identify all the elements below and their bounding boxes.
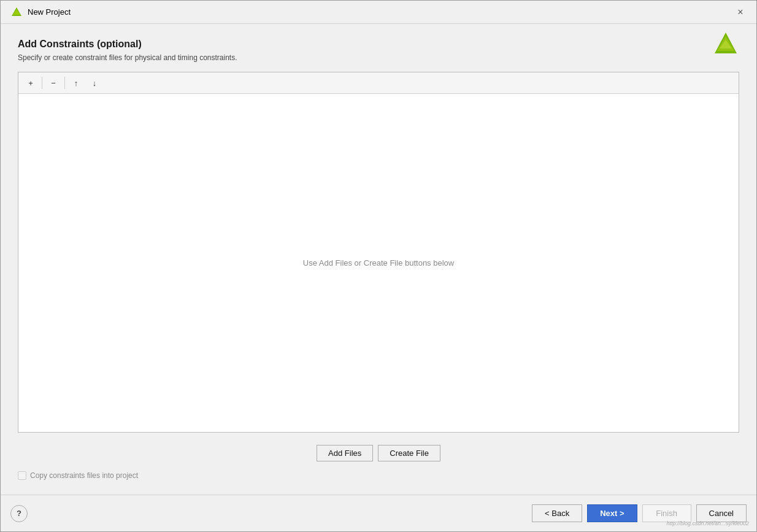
footer-right: < Back Next > Finish Cancel: [532, 504, 747, 522]
copy-constraints-checkbox[interactable]: [18, 471, 26, 480]
back-button[interactable]: < Back: [532, 504, 582, 522]
page-header: Add Constraints (optional) Specify or cr…: [18, 39, 739, 62]
empty-hint: Use Add Files or Create File buttons bel…: [303, 258, 454, 268]
vivado-title-icon: [10, 6, 23, 18]
toolbar-divider-1: [42, 77, 42, 89]
add-file-toolbar-button[interactable]: +: [22, 75, 39, 91]
file-panel: + − ↑ ↓ Use Add Files or Create File but…: [18, 72, 739, 433]
page-title: Add Constraints (optional): [18, 39, 739, 50]
page-subtitle: Specify or create constraint files for p…: [18, 53, 739, 62]
watermark: http://blog.csdn.net/an...5y/kle002: [666, 520, 749, 526]
title-bar-left: New Project: [10, 6, 71, 18]
cancel-button[interactable]: Cancel: [696, 504, 747, 522]
vivado-logo: [712, 31, 739, 58]
dialog-title: New Project: [28, 7, 71, 17]
move-up-toolbar-button[interactable]: ↑: [67, 75, 85, 91]
close-button[interactable]: ×: [734, 6, 747, 18]
next-button[interactable]: Next >: [587, 504, 637, 522]
move-down-toolbar-button[interactable]: ↓: [86, 75, 103, 91]
logo-area: [712, 31, 739, 60]
toolbar-divider-2: [64, 77, 65, 89]
copy-constraints-row: Copy constraints files into project: [18, 469, 739, 485]
footer-left: ?: [10, 505, 28, 522]
footer: ? < Back Next > Finish Cancel: [1, 495, 756, 531]
title-bar: New Project ×: [1, 1, 756, 24]
finish-button[interactable]: Finish: [642, 504, 691, 522]
new-project-dialog: New Project × Add Constraints (optional)…: [0, 0, 757, 532]
content-area: Add Constraints (optional) Specify or cr…: [1, 24, 756, 495]
file-toolbar: + − ↑ ↓: [18, 72, 739, 94]
file-actions: Add Files Create File: [18, 440, 739, 469]
help-button[interactable]: ?: [10, 505, 28, 522]
create-file-button[interactable]: Create File: [378, 445, 440, 461]
file-list-area: Use Add Files or Create File buttons bel…: [18, 94, 739, 432]
add-files-button[interactable]: Add Files: [317, 445, 373, 461]
remove-file-toolbar-button[interactable]: −: [45, 75, 62, 91]
copy-constraints-label: Copy constraints files into project: [30, 471, 138, 480]
